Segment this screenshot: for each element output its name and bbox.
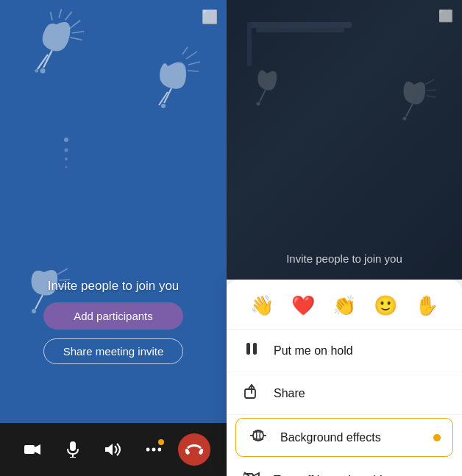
mic-icon (67, 441, 79, 458)
speaker-icon (105, 443, 121, 456)
share-invite-button[interactable]: Share meeting invite (43, 338, 183, 364)
svg-rect-47 (246, 343, 250, 355)
svg-point-2 (40, 68, 46, 74)
background-label: Background effects (280, 431, 381, 444)
svg-rect-49 (245, 389, 255, 398)
add-participants-button[interactable]: Add participants (43, 302, 183, 330)
room-bg-overlay (227, 0, 462, 280)
svg-point-3 (35, 69, 39, 73)
svg-marker-31 (105, 444, 113, 455)
end-call-icon (185, 444, 203, 455)
toolbar (0, 423, 227, 476)
bottom-sheet: 👋 ❤️ 👏 🙂 ✋ Put me on hold (227, 280, 462, 476)
hold-label: Put me on hold (274, 344, 353, 358)
emoji-heart-button[interactable]: ❤️ (288, 291, 318, 320)
svg-point-33 (152, 448, 156, 452)
svg-point-12 (161, 104, 166, 108)
video-off-icon (241, 472, 262, 476)
svg-line-6 (70, 38, 82, 40)
speaker-button[interactable] (97, 433, 129, 466)
emoji-wave-button[interactable]: 👋 (247, 291, 277, 320)
svg-line-7 (65, 12, 71, 21)
svg-point-34 (158, 448, 162, 452)
left-video-background: ⬜ Invite people to join you Add particip… (0, 0, 227, 423)
screen-share-indicator: ⬜ (202, 9, 218, 25)
right-video-background: ⬜ Invite people to join you (227, 0, 462, 280)
svg-rect-28 (70, 441, 76, 451)
emoji-clap-button[interactable]: 👏 (330, 291, 359, 320)
more-dot (158, 439, 164, 445)
svg-line-9 (51, 12, 52, 21)
svg-line-13 (186, 51, 197, 59)
right-panel: ⬜ Invite people to join you 👋 ❤️ 👏 🙂 ✋ P… (227, 0, 462, 476)
room-background (227, 0, 462, 280)
left-panel: ⬜ Invite people to join you Add particip… (0, 0, 227, 476)
svg-rect-48 (253, 343, 257, 355)
svg-rect-26 (24, 445, 35, 454)
svg-point-23 (65, 149, 68, 152)
background-effects-menu-item[interactable]: Background effects (235, 418, 453, 457)
camera-button[interactable] (16, 433, 49, 466)
svg-line-16 (182, 47, 188, 54)
turn-off-video-menu-item[interactable]: Turn off incoming video (227, 460, 462, 476)
svg-point-22 (64, 138, 68, 142)
svg-line-19 (57, 269, 68, 274)
svg-marker-57 (253, 473, 259, 476)
video-off-label: Turn off incoming video (274, 474, 395, 477)
svg-line-14 (188, 62, 200, 65)
svg-marker-27 (35, 444, 40, 455)
emoji-row: 👋 ❤️ 👏 🙂 ✋ (227, 280, 462, 330)
left-invite-text: Invite people to join you (48, 279, 180, 294)
invite-overlay: Invite people to join you Add participan… (18, 279, 209, 364)
deco-swirl-2 (138, 44, 212, 140)
deco-swirl-1 (4, 7, 92, 110)
background-icon (248, 429, 269, 446)
svg-line-15 (188, 71, 199, 71)
share-menu-item[interactable]: Share (227, 372, 462, 415)
svg-rect-36 (199, 448, 204, 455)
end-call-button[interactable] (178, 433, 210, 466)
svg-rect-35 (185, 448, 191, 455)
more-icon (146, 447, 161, 452)
emoji-smile-button[interactable]: 🙂 (371, 291, 400, 320)
svg-point-24 (65, 157, 68, 160)
more-button[interactable] (138, 433, 170, 466)
share-icon (241, 384, 262, 402)
right-invite-text: Invite people to join you (286, 252, 402, 265)
svg-point-25 (65, 166, 68, 168)
put-on-hold-menu-item[interactable]: Put me on hold (227, 330, 462, 372)
background-dot (433, 434, 441, 441)
svg-line-8 (59, 9, 62, 18)
camera-icon (24, 443, 40, 456)
right-screen-indicator: ⬜ (438, 9, 453, 23)
hold-icon (241, 341, 262, 360)
svg-line-5 (72, 32, 84, 33)
mic-button[interactable] (57, 433, 89, 466)
svg-point-32 (146, 448, 150, 452)
share-label: Share (274, 387, 305, 400)
emoji-raised-hand-button[interactable]: ✋ (412, 291, 441, 320)
deco-dots (44, 132, 88, 191)
svg-line-4 (69, 21, 80, 29)
